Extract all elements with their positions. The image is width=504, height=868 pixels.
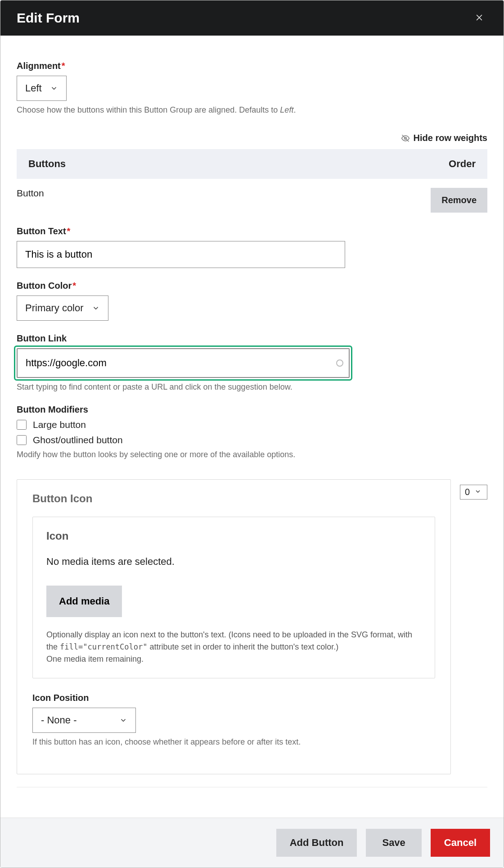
- button-color-label-text: Button Color: [17, 281, 72, 291]
- button-modifiers-field: Button Modifiers Large button Ghost/outl…: [17, 404, 487, 459]
- chevron-down-icon: [92, 304, 100, 312]
- loading-icon: [336, 359, 343, 367]
- button-text-label-text: Button Text: [17, 226, 66, 236]
- icon-media-title: Icon: [46, 530, 421, 542]
- button-link-help: Start typing to find content or paste a …: [17, 382, 487, 392]
- modal-footer: Add Button Save Cancel: [0, 818, 504, 868]
- icon-help-2: One media item remaining.: [46, 654, 144, 663]
- button-color-field: Button Color* Primary color: [17, 281, 487, 321]
- button-color-label: Button Color*: [17, 281, 487, 291]
- button-icon-row: Button Icon Icon No media items are sele…: [17, 472, 487, 774]
- button-text-label: Button Text*: [17, 226, 487, 236]
- required-marker: *: [72, 281, 76, 291]
- button-color-select[interactable]: Primary color: [17, 295, 108, 321]
- modifier-ghost-option: Ghost/outlined button: [17, 435, 487, 445]
- separator: [17, 787, 487, 787]
- icon-position-label: Icon Position: [32, 693, 435, 703]
- modifier-large-checkbox[interactable]: [17, 420, 27, 430]
- button-link-field: Button Link Start typing to find content…: [17, 333, 487, 392]
- required-marker: *: [62, 61, 65, 71]
- icon-media-box: Icon No media items are selected. Add me…: [32, 517, 435, 678]
- button-link-input-wrap: [17, 348, 350, 378]
- edit-form-modal: Edit Form Alignment* Left Choose how the…: [0, 0, 504, 868]
- button-link-label: Button Link: [17, 333, 487, 344]
- button-modifiers-label: Button Modifiers: [17, 404, 487, 415]
- row-label: Button: [17, 188, 44, 199]
- alignment-field: Alignment* Left Choose how the buttons w…: [17, 61, 487, 115]
- button-link-input[interactable]: [17, 348, 350, 378]
- chevron-down-icon: [474, 488, 482, 496]
- icon-help-1b: attribute set in order to inherit the bu…: [148, 642, 339, 651]
- remove-button[interactable]: Remove: [431, 188, 487, 213]
- button-icon-title: Button Icon: [32, 492, 435, 505]
- alignment-label: Alignment*: [17, 61, 487, 71]
- eye-off-icon: [401, 134, 410, 143]
- required-marker: *: [67, 226, 71, 236]
- add-button-button[interactable]: Add Button: [276, 829, 357, 857]
- alignment-label-text: Alignment: [17, 61, 61, 71]
- modifier-ghost-label: Ghost/outlined button: [33, 435, 123, 445]
- modifier-ghost-checkbox[interactable]: [17, 435, 27, 445]
- icon-help-text: Optionally display an icon next to the b…: [46, 629, 421, 665]
- alignment-help-suffix: .: [293, 105, 296, 114]
- cancel-button[interactable]: Cancel: [431, 829, 490, 857]
- close-button[interactable]: [471, 10, 487, 26]
- add-media-button[interactable]: Add media: [46, 586, 122, 617]
- icon-position-select[interactable]: - None -: [32, 708, 136, 733]
- button-text-field: Button Text*: [17, 226, 487, 268]
- buttons-table-header: Buttons Order: [17, 149, 487, 179]
- button-icon-panel: Button Icon Icon No media items are sele…: [17, 479, 451, 774]
- icon-help-code: fill="currentColor": [60, 642, 147, 651]
- hide-row-weights-button[interactable]: Hide row weights: [401, 133, 487, 143]
- button-modifiers-help: Modify how the button looks by selecting…: [17, 450, 487, 459]
- hide-row-weights-row: Hide row weights: [17, 133, 487, 145]
- chevron-down-icon: [119, 716, 127, 724]
- table-col-buttons: Buttons: [28, 158, 66, 170]
- table-row: Button Remove: [17, 179, 487, 213]
- no-media-text: No media items are selected.: [46, 556, 421, 568]
- modal-header: Edit Form: [0, 0, 504, 36]
- icon-position-value: - None -: [41, 714, 76, 726]
- order-value: 0: [465, 487, 470, 497]
- modifier-large-option: Large button: [17, 419, 487, 430]
- alignment-help-default: Left: [280, 105, 293, 114]
- icon-position-help: If this button has an icon, choose wheth…: [32, 737, 435, 747]
- button-color-value: Primary color: [25, 302, 84, 314]
- order-select-wrap: 0: [460, 472, 487, 500]
- order-select[interactable]: 0: [460, 485, 487, 500]
- hide-row-weights-label: Hide row weights: [414, 133, 487, 143]
- modifier-large-label: Large button: [33, 419, 86, 430]
- button-text-input[interactable]: [17, 241, 345, 268]
- alignment-value: Left: [25, 82, 42, 94]
- chevron-down-icon: [50, 84, 58, 92]
- table-col-order: Order: [449, 158, 476, 170]
- modal-body: Alignment* Left Choose how the buttons w…: [0, 36, 504, 818]
- icon-position-field: Icon Position - None - If this button ha…: [32, 693, 435, 749]
- modal-title: Edit Form: [17, 10, 80, 26]
- alignment-help-prefix: Choose how the buttons within this Butto…: [17, 105, 280, 114]
- save-button[interactable]: Save: [366, 829, 421, 857]
- alignment-help: Choose how the buttons within this Butto…: [17, 105, 487, 115]
- close-icon: [475, 11, 484, 25]
- alignment-select[interactable]: Left: [17, 76, 67, 101]
